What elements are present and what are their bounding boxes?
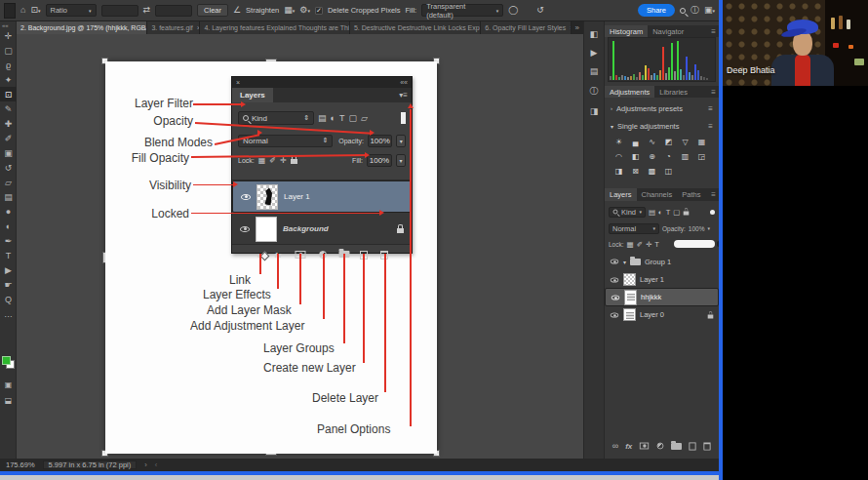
layers-filter-select[interactable]: Kind ▾ [609, 207, 646, 218]
marquee-tool[interactable]: ▢ [0, 43, 17, 58]
color-swatches[interactable] [2, 356, 15, 369]
filter-toggle-icon[interactable] [710, 210, 715, 215]
delete-layer-icon[interactable] [704, 442, 711, 450]
black-white-icon[interactable]: ◧ [627, 149, 644, 164]
lock-transparency-icon[interactable]: ▦ [627, 240, 634, 249]
straighten-icon[interactable]: ∠ [233, 6, 241, 15]
visibility-eye-icon[interactable] [611, 259, 619, 263]
threshold-icon[interactable]: ⊠ [627, 164, 644, 179]
crop-height-input[interactable] [155, 5, 192, 17]
vibrance-icon[interactable]: ▽ [677, 135, 693, 149]
screen-mode-icon[interactable]: ⬓ [0, 396, 17, 405]
tab-adjustments[interactable]: Adjustments [605, 86, 654, 98]
gradient-map-icon[interactable]: ▩ [644, 164, 660, 179]
tab-layers[interactable]: Layers [605, 188, 637, 201]
crop-tool-icon[interactable]: ⊡▾ [30, 6, 40, 15]
tab-channels[interactable]: Channels [637, 188, 678, 201]
single-adjustments-row[interactable]: ▾ Single adjustments ≡ [605, 119, 719, 133]
search-icon[interactable] [680, 8, 686, 14]
tab-document-5[interactable]: 6. Opacity Fill Layer Styles [481, 21, 571, 34]
straighten-label[interactable]: Straighten [246, 6, 279, 15]
clone-stamp-tool[interactable]: ▣ [0, 145, 17, 160]
layer-row-layer-0[interactable]: Layer 0 [605, 306, 719, 323]
hand-tool[interactable]: ☛ [0, 277, 17, 292]
actions-panel-icon[interactable]: ▶ [591, 48, 598, 58]
move-tool[interactable]: ✛ [0, 28, 17, 43]
overlay-grid-icon[interactable]: ▦▾ [284, 6, 295, 15]
zoom-tool[interactable]: Q [0, 292, 17, 306]
ratio-select[interactable]: Ratio ▾ [46, 4, 97, 17]
filter-type-icon[interactable]: T [666, 208, 671, 217]
new-layer-icon[interactable] [690, 442, 696, 450]
delete-cropped-checkbox[interactable]: ✓ [315, 7, 323, 15]
zoom-level[interactable]: 175.69% [6, 460, 35, 469]
canvas-page[interactable]: × «« Layers ▾≡ Kind [105, 61, 437, 454]
eyedropper-tool[interactable]: ✎ [0, 101, 17, 116]
lasso-tool[interactable]: ϱ [0, 58, 17, 72]
exposure-icon[interactable]: ◩ [660, 135, 677, 149]
channel-mixer-icon[interactable]: ◔ [660, 149, 677, 164]
layer-group-icon[interactable] [671, 443, 682, 450]
filter-pixel-icon[interactable]: ▤ [649, 208, 655, 217]
menu-icon[interactable]: ≡ [708, 122, 713, 131]
blur-tool[interactable]: ● [0, 204, 17, 219]
quick-mask-icon[interactable]: ▣ [0, 380, 17, 389]
type-tool[interactable]: T [0, 248, 17, 262]
photo-filter-icon[interactable]: ⊕ [644, 149, 660, 164]
quick-selection-tool[interactable]: ✦ [0, 72, 17, 87]
adjustments-presets-row[interactable]: › Adjustments presets ≡ [605, 101, 719, 115]
tab-libraries[interactable]: Libraries [654, 86, 692, 98]
color-lookup-icon[interactable]: ▥ [677, 149, 693, 164]
panel-menu-icon[interactable]: ≡ [708, 25, 719, 37]
healing-brush-tool[interactable]: ✚ [0, 116, 17, 131]
canvas-area[interactable]: × «« Layers ▾≡ Kind [17, 34, 583, 459]
visibility-eye-icon[interactable] [611, 312, 619, 317]
filter-lock-icon[interactable] [684, 212, 690, 216]
tab-histogram[interactable]: Histogram [605, 25, 648, 37]
panel-menu-icon[interactable]: ≡ [708, 86, 719, 98]
gradient-tool[interactable]: ▤ [0, 189, 17, 204]
chevron-down-icon[interactable]: ▾ [623, 259, 626, 265]
home-icon[interactable]: ⌂ [20, 6, 25, 15]
layer-row-group-1[interactable]: ▾ Group 1 [605, 254, 719, 269]
lock-paint-icon[interactable]: ✐ [637, 240, 643, 249]
foreground-color-swatch[interactable] [2, 356, 11, 365]
share-button[interactable]: Share [638, 4, 675, 17]
opacity-value[interactable]: 100% [689, 225, 705, 232]
history-panel-icon[interactable]: ◧ [590, 29, 599, 39]
selective-color-icon[interactable]: ◫ [660, 164, 677, 179]
lock-move-icon[interactable]: ✛ [646, 240, 651, 249]
add-adjustment-layer-icon[interactable] [657, 443, 664, 450]
invert-icon[interactable]: ◲ [693, 149, 710, 164]
reset-icon[interactable]: ↺ [536, 6, 544, 15]
eraser-tool[interactable]: ▱ [0, 175, 17, 189]
tab-paths[interactable]: Paths [677, 188, 705, 201]
tab-overflow-icon[interactable]: » [572, 21, 583, 34]
help-icon[interactable]: ⓘ [690, 6, 699, 15]
filter-adjustment-icon[interactable]: ◐ [658, 208, 663, 217]
more-tools[interactable]: … [0, 306, 17, 321]
chevron-down-icon[interactable]: ▾ [707, 225, 710, 231]
posterize-icon[interactable]: ◨ [611, 164, 627, 179]
color-balance-icon[interactable]: ◠ [611, 149, 627, 164]
export-panel-icon[interactable]: ◨ [590, 106, 599, 116]
blend-mode-select[interactable]: Normal▾ [609, 223, 659, 234]
crop-settings-gear-icon[interactable]: ⚙▾ [299, 6, 310, 15]
tab-document-2[interactable]: 3. features.gif [147, 21, 200, 34]
brightness-contrast-icon[interactable]: ☀ [611, 135, 627, 149]
lock-artboard-icon[interactable]: T [654, 240, 659, 249]
levels-icon[interactable]: ▄ [627, 135, 644, 149]
visibility-eye-icon[interactable] [612, 295, 620, 300]
content-aware-icon[interactable]: ◯ [508, 6, 518, 15]
visibility-eye-icon[interactable] [611, 277, 619, 282]
add-layer-mask-icon[interactable] [640, 443, 649, 450]
layer-effects-icon[interactable]: fx [625, 442, 632, 451]
tab-document-3[interactable]: 4. Layering features Explained Thoughts … [200, 21, 350, 34]
panel-menu-icon[interactable]: ≡ [708, 188, 719, 201]
filter-shape-icon[interactable]: ▢ [673, 208, 680, 217]
menu-icon[interactable]: ≡ [708, 104, 713, 113]
tab-document-1[interactable]: 2. Background.jpg @ 175% (hhjkkk, RGB/8#… [17, 21, 147, 34]
hue-saturation-icon[interactable]: ▦ [693, 135, 710, 149]
info-panel-icon[interactable]: ⓘ [590, 85, 599, 98]
collapse-toolbar-icon[interactable]: «« [0, 21, 16, 28]
